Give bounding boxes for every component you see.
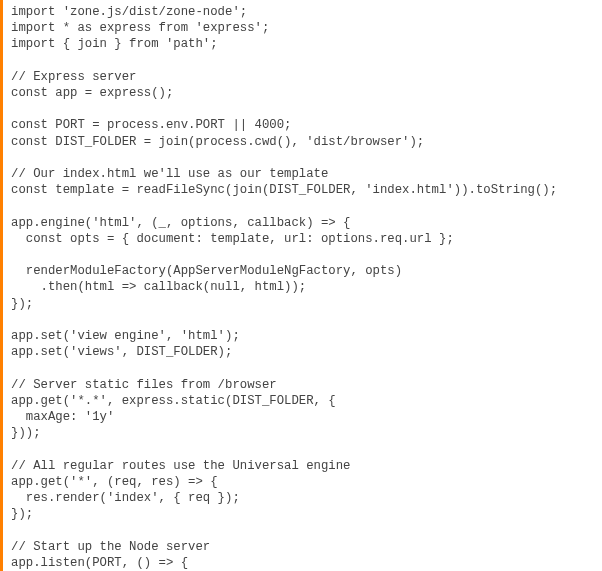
code-line: maxAge: '1y' bbox=[11, 409, 596, 425]
code-line: const template = readFileSync(join(DIST_… bbox=[11, 182, 596, 198]
code-line bbox=[11, 198, 596, 214]
code-line: app.set('views', DIST_FOLDER); bbox=[11, 344, 596, 360]
code-line: .then(html => callback(null, html)); bbox=[11, 279, 596, 295]
code-line: // All regular routes use the Universal … bbox=[11, 458, 596, 474]
code-line bbox=[11, 150, 596, 166]
code-line: // Express server bbox=[11, 69, 596, 85]
code-line: // Start up the Node server bbox=[11, 539, 596, 555]
code-line bbox=[11, 247, 596, 263]
code-block: import 'zone.js/dist/zone-node';import *… bbox=[0, 0, 602, 571]
code-line: }); bbox=[11, 296, 596, 312]
code-line: const PORT = process.env.PORT || 4000; bbox=[11, 117, 596, 133]
code-line: })); bbox=[11, 425, 596, 441]
code-line: // Server static files from /browser bbox=[11, 377, 596, 393]
code-line: app.listen(PORT, () => { bbox=[11, 555, 596, 571]
code-line: // Our index.html we'll use as our templ… bbox=[11, 166, 596, 182]
code-line: import 'zone.js/dist/zone-node'; bbox=[11, 4, 596, 20]
code-line: res.render('index', { req }); bbox=[11, 490, 596, 506]
code-line bbox=[11, 312, 596, 328]
code-line: app.get('*', (req, res) => { bbox=[11, 474, 596, 490]
code-line: app.set('view engine', 'html'); bbox=[11, 328, 596, 344]
code-line: const app = express(); bbox=[11, 85, 596, 101]
code-line bbox=[11, 523, 596, 539]
code-line: app.engine('html', (_, options, callback… bbox=[11, 215, 596, 231]
code-line bbox=[11, 360, 596, 376]
code-line bbox=[11, 53, 596, 69]
code-line bbox=[11, 101, 596, 117]
code-line: }); bbox=[11, 506, 596, 522]
code-line bbox=[11, 441, 596, 457]
code-line: const DIST_FOLDER = join(process.cwd(), … bbox=[11, 134, 596, 150]
code-line: app.get('*.*', express.static(DIST_FOLDE… bbox=[11, 393, 596, 409]
code-line: import { join } from 'path'; bbox=[11, 36, 596, 52]
code-line: renderModuleFactory(AppServerModuleNgFac… bbox=[11, 263, 596, 279]
code-line: import * as express from 'express'; bbox=[11, 20, 596, 36]
code-line: const opts = { document: template, url: … bbox=[11, 231, 596, 247]
